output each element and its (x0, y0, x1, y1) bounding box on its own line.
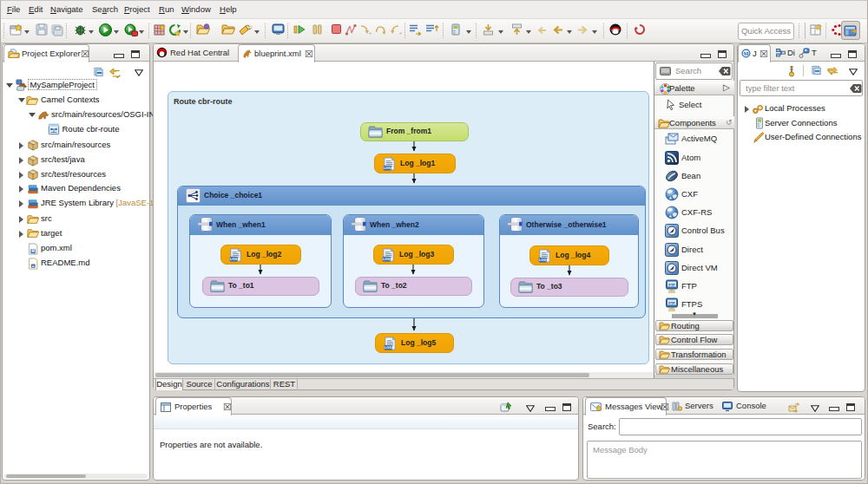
svg-text:FTP: FTP (668, 301, 675, 305)
svg-text:M: M (743, 50, 748, 56)
svg-text:M: M (31, 249, 35, 253)
svg-text:w: w (32, 264, 35, 268)
svg-text:FTP: FTP (668, 282, 675, 286)
